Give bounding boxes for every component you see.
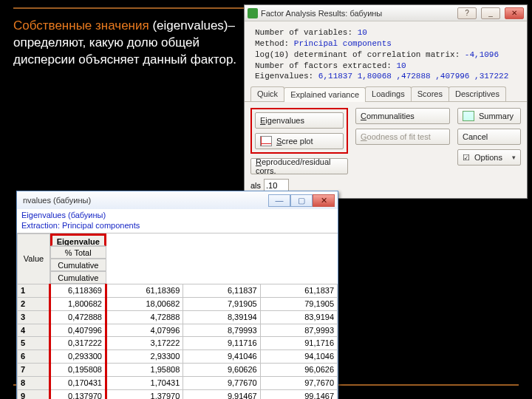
cell-eigenvalue: 0,317222 — [50, 337, 106, 350]
cell-cum-eig: 9,60626 — [183, 364, 260, 377]
factor-analysis-dialog: Factor Analysis Results: бабуины ? _ ✕ N… — [244, 4, 528, 199]
cell-pct-total: 3,17222 — [106, 337, 183, 350]
cell-cum-eig: 8,79993 — [183, 324, 260, 337]
table-row[interactable]: 50,3172223,172229,1171691,1716 — [18, 337, 338, 350]
tab-explained-variance[interactable]: Explained variance — [284, 87, 366, 102]
col-cum-eig[interactable]: CumulativeEigenvalue — [50, 259, 106, 271]
cell-cum-eig: 8,39194 — [183, 310, 260, 324]
tab-loadings[interactable]: Loadings — [365, 86, 412, 101]
options-button[interactable]: ☑Options▾ — [457, 149, 521, 166]
cell-pct-total: 1,95808 — [106, 364, 183, 377]
cell-eigenvalue: 0,195808 — [50, 364, 106, 377]
cell-pct-total: 1,37970 — [106, 389, 183, 399]
eigenvalues-table: Value Eigenvalue % Totalvariance Cumulat… — [17, 233, 338, 400]
cell-cum-pct: 99,1467 — [260, 389, 337, 399]
minimize-button[interactable]: _ — [481, 7, 500, 19]
row-header: 6 — [18, 350, 50, 364]
cell-cum-eig: 7,91905 — [183, 297, 260, 310]
table-row[interactable]: 16,11836961,183696,1183761,1837 — [18, 284, 338, 298]
tab-descriptives[interactable]: Descriptives — [449, 86, 506, 101]
scree-plot-button[interactable]: Scree plot — [255, 133, 344, 149]
dialog-body: EEigenvaluesigenvalues Scree plot Reprod… — [245, 102, 527, 198]
tab-quick[interactable]: Quick — [250, 86, 284, 101]
eigenvalues-window: nvalues (бабуины) — ▢ ✕ Eigenvalues (баб… — [16, 191, 338, 399]
communalities-button[interactable]: Communalities — [355, 108, 450, 124]
cell-cum-eig: 9,11716 — [183, 337, 260, 350]
cell-eigenvalue: 0,293300 — [50, 350, 106, 364]
cell-cum-pct: 83,9194 — [260, 310, 337, 324]
highlighted-buttons: EEigenvaluesigenvalues Scree plot — [250, 108, 348, 154]
row-header: 3 — [18, 310, 50, 324]
grid-titlebar[interactable]: nvalues (бабуины) — ▢ ✕ — [17, 191, 338, 209]
cell-cum-pct: 96,0626 — [260, 364, 337, 377]
cell-cum-eig: 9,77670 — [183, 376, 260, 389]
cell-cum-eig: 6,11837 — [183, 284, 260, 298]
cell-eigenvalue: 0,472888 — [50, 310, 106, 324]
cell-eigenvalue: 1,800682 — [50, 297, 106, 310]
cell-eigenvalue: 0,170431 — [50, 376, 106, 389]
app-icon — [248, 8, 258, 18]
cancel-button[interactable]: Cancel — [457, 129, 521, 145]
col-pct-total[interactable]: % Totalvariance — [50, 246, 106, 259]
tabs: Quick Explained variance Loadings Scores… — [245, 86, 527, 102]
cell-cum-pct: 61,1837 — [260, 284, 337, 298]
dialog-title: Factor Analysis Results: бабуины — [261, 9, 453, 18]
reproduced-corrs-button[interactable]: Reproduced/residual corrs. — [250, 158, 348, 174]
row-header: 5 — [18, 337, 50, 350]
summary-icon — [463, 111, 474, 121]
cell-cum-pct: 79,1905 — [260, 297, 337, 310]
cell-eigenvalue: 0,407996 — [50, 324, 106, 337]
plot-icon — [260, 136, 272, 146]
col-value[interactable]: Value — [18, 233, 50, 284]
cell-cum-pct: 91,1716 — [260, 337, 337, 350]
accent-term: Собственные значения — [13, 18, 149, 33]
table-row[interactable]: 21,80068218,006827,9190579,1905 — [18, 297, 338, 310]
cell-cum-pct: 97,7670 — [260, 376, 337, 389]
minimize-button[interactable]: — — [268, 194, 290, 207]
row-header: 1 — [18, 284, 50, 298]
cell-eigenvalue: 0,137970 — [50, 389, 106, 399]
cell-pct-total: 18,00682 — [106, 297, 183, 310]
help-button[interactable]: ? — [457, 7, 477, 19]
table-row[interactable]: 80,1704311,704319,7767097,7670 — [18, 376, 338, 389]
grid-header: Eigenvalues (бабуины) Extraction: Princi… — [17, 209, 338, 233]
row-header: 9 — [18, 389, 50, 399]
als-label: als — [250, 181, 261, 190]
cell-cum-eig: 9,41046 — [183, 350, 260, 364]
goodness-of-fit-button: Goodness of fit test — [355, 129, 450, 145]
cell-cum-pct: 87,9993 — [260, 324, 337, 337]
results-info: Number of variables: 10 Method: Principa… — [245, 21, 527, 85]
cell-pct-total: 4,72888 — [106, 310, 183, 324]
grid-title: nvalues (бабуины) — [20, 196, 268, 205]
col-eigenvalue[interactable]: Eigenvalue — [50, 233, 106, 246]
eigenvalues-button[interactable]: EEigenvaluesigenvalues — [255, 112, 344, 129]
table-row[interactable]: 70,1958081,958089,6062696,0626 — [18, 364, 338, 377]
dialog-titlebar[interactable]: Factor Analysis Results: бабуины ? _ ✕ — [245, 5, 527, 21]
explanatory-text: Собственные значения (eigenvalues)– опре… — [13, 18, 239, 69]
chevron-down-icon: ▾ — [512, 154, 516, 161]
cell-cum-pct: 94,1046 — [260, 350, 337, 364]
cell-cum-eig: 9,91467 — [183, 389, 260, 399]
cell-pct-total: 61,18369 — [106, 284, 183, 298]
close-button[interactable]: ✕ — [505, 7, 524, 19]
table-row[interactable]: 90,1379701,379709,9146799,1467 — [18, 389, 338, 399]
cell-eigenvalue: 6,118369 — [50, 284, 106, 298]
cell-pct-total: 2,93300 — [106, 350, 183, 364]
table-row[interactable]: 30,4728884,728888,3919483,9194 — [18, 310, 338, 324]
row-header: 4 — [18, 324, 50, 337]
cell-pct-total: 1,70431 — [106, 376, 183, 389]
cell-pct-total: 4,07996 — [106, 324, 183, 337]
maximize-button[interactable]: ▢ — [290, 194, 313, 207]
table-row[interactable]: 60,2933002,933009,4104694,1046 — [18, 350, 338, 364]
close-button[interactable]: ✕ — [313, 194, 335, 207]
row-header: 8 — [18, 376, 50, 389]
table-row[interactable]: 40,4079964,079968,7999387,9993 — [18, 324, 338, 337]
row-header: 2 — [18, 297, 50, 310]
tab-scores[interactable]: Scores — [411, 86, 449, 101]
col-cum-pct[interactable]: Cumulative% — [50, 271, 106, 284]
row-header: 7 — [18, 364, 50, 377]
summary-button[interactable]: Summary — [457, 108, 521, 124]
